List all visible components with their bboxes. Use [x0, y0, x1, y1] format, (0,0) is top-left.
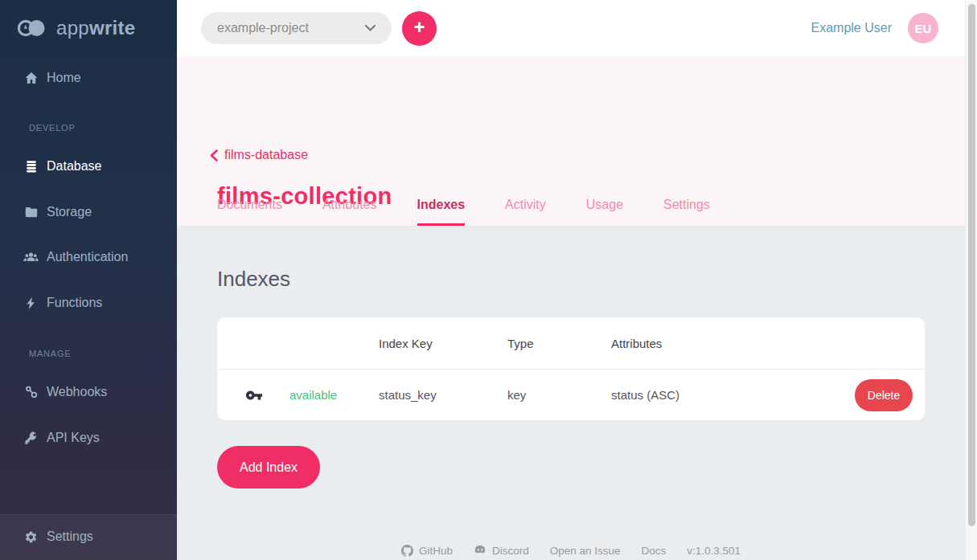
avatar[interactable]: EU: [908, 13, 938, 43]
footer-link-label: Open an Issue: [550, 545, 621, 557]
sidebar-item-api-keys[interactable]: API Keys: [0, 423, 177, 452]
status-badge: available: [289, 388, 379, 402]
sidebar-item-label: Functions: [47, 296, 102, 310]
footer: GitHub Discord Open an Issue Docs v:1.0.…: [177, 545, 965, 557]
footer-link-open-issue[interactable]: Open an Issue: [550, 545, 621, 557]
footer-version: v:1.0.3.501: [687, 545, 741, 557]
sidebar-item-label: Database: [47, 159, 102, 174]
tab-usage[interactable]: Usage: [586, 198, 623, 226]
footer-link-label: Docs: [642, 545, 667, 557]
tab-settings[interactable]: Settings: [663, 198, 710, 226]
add-project-button[interactable]: +: [402, 11, 437, 46]
table-header-type: Type: [507, 337, 611, 350]
users-icon: [23, 250, 39, 265]
table-header-index-key: Index Key: [379, 337, 507, 350]
database-icon: [23, 159, 39, 174]
topbar: example-project + Example User EU: [177, 0, 965, 56]
topbar-user-area: Example User EU: [811, 13, 965, 43]
appwrite-logo-text: appwrite: [56, 17, 135, 39]
sidebar-section-manage: MANAGE: [29, 349, 71, 358]
sidebar-section-develop: DEVELOP: [29, 123, 76, 133]
cell-type: key: [507, 388, 611, 402]
table-row: available status_key key status (ASC) De…: [217, 370, 925, 420]
appwrite-logo[interactable]: appwrite: [16, 16, 135, 40]
cell-index-key: status_key: [379, 388, 507, 402]
user-profile-link[interactable]: Example User: [811, 21, 892, 35]
sidebar-item-functions[interactable]: Functions: [0, 288, 177, 317]
chevron-left-icon: [210, 149, 218, 161]
collection-tabs: Documents Attributes Indexes Activity Us…: [217, 198, 710, 226]
chevron-down-icon: [365, 25, 376, 31]
cell-attributes: status (ASC): [611, 388, 839, 402]
table-key-icon: [245, 386, 289, 404]
collection-header: films-database films-collection Document…: [177, 56, 965, 226]
sidebar-item-webhooks[interactable]: Webhooks: [0, 378, 177, 407]
sidebar: appwrite Home DEVELOP Database Storage: [0, 0, 177, 560]
tab-attributes[interactable]: Attributes: [322, 198, 377, 226]
sidebar-item-home[interactable]: Home: [0, 63, 177, 92]
scrollbar-thumb[interactable]: [968, 4, 975, 526]
sidebar-item-settings[interactable]: Settings: [0, 522, 177, 551]
discord-icon: [474, 546, 486, 556]
sidebar-item-label: Authentication: [47, 250, 128, 264]
sidebar-item-label: Home: [47, 71, 81, 85]
tab-indexes[interactable]: Indexes: [417, 198, 466, 226]
footer-link-docs[interactable]: Docs: [642, 545, 667, 557]
indexes-table: Index Key Type Attributes available stat…: [217, 317, 925, 420]
scrollbar-track[interactable]: [965, 0, 977, 560]
table-header-row: Index Key Type Attributes: [217, 317, 925, 370]
section-heading-indexes: Indexes: [217, 267, 290, 292]
github-icon: [401, 545, 413, 557]
tab-documents[interactable]: Documents: [217, 198, 282, 226]
footer-link-discord[interactable]: Discord: [474, 545, 529, 557]
sidebar-item-label: Storage: [47, 205, 92, 219]
table-header-attributes: Attributes: [611, 337, 839, 350]
plus-icon: +: [413, 18, 425, 37]
project-selector[interactable]: example-project: [201, 12, 392, 44]
sidebar-item-database[interactable]: Database: [0, 152, 177, 181]
folder-icon: [23, 205, 39, 220]
sidebar-item-authentication[interactable]: Authentication: [0, 243, 177, 272]
home-icon: [23, 71, 39, 86]
avatar-initials: EU: [915, 22, 932, 35]
lightning-icon: [23, 296, 39, 311]
footer-link-label: Discord: [492, 545, 529, 557]
add-index-button[interactable]: Add Index: [217, 446, 320, 488]
tab-activity[interactable]: Activity: [505, 198, 546, 226]
appwrite-logo-icon: [16, 16, 50, 40]
sidebar-item-label: Settings: [47, 529, 93, 544]
breadcrumb-label: films-database: [224, 148, 308, 162]
footer-link-github[interactable]: GitHub: [401, 545, 453, 557]
key-icon: [23, 431, 39, 446]
delete-button[interactable]: Delete: [855, 379, 913, 411]
sidebar-item-storage[interactable]: Storage: [0, 198, 177, 227]
footer-link-label: GitHub: [419, 545, 453, 557]
project-selector-value: example-project: [217, 21, 309, 35]
breadcrumb[interactable]: films-database: [210, 148, 308, 162]
link-icon: [23, 385, 39, 400]
gear-icon: [23, 529, 39, 545]
sidebar-item-label: Webhooks: [47, 385, 107, 399]
sidebar-item-label: API Keys: [47, 431, 100, 445]
